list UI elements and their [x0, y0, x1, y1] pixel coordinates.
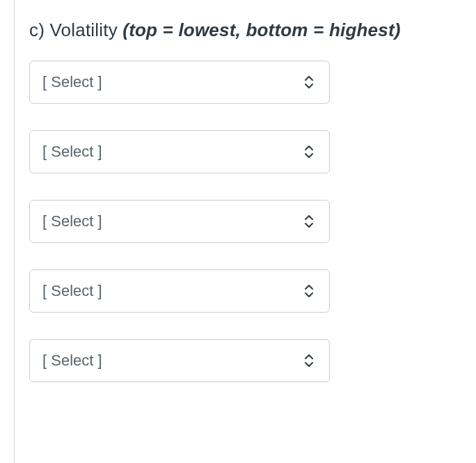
select-placeholder: [ Select ]	[42, 352, 102, 370]
select-5[interactable]: [ Select ]	[29, 339, 330, 382]
select-placeholder: [ Select ]	[42, 143, 102, 161]
select-2[interactable]: [ Select ]	[29, 130, 330, 173]
select-1[interactable]: [ Select ]	[29, 61, 330, 104]
question-content: c) Volatility (top = lowest, bottom = hi…	[29, 19, 476, 382]
select-placeholder: [ Select ]	[42, 282, 102, 300]
chevron-up-down-icon	[304, 354, 314, 367]
prompt-hint: (top = lowest, bottom = highest)	[122, 19, 400, 40]
chevron-up-down-icon	[304, 215, 314, 228]
select-placeholder: [ Select ]	[42, 212, 102, 230]
select-list: [ Select ] [ Select ] [ Select ] [ Selec…	[29, 61, 476, 382]
select-3[interactable]: [ Select ]	[29, 200, 330, 243]
question-prompt: c) Volatility (top = lowest, bottom = hi…	[29, 19, 476, 41]
prompt-prefix: c)	[29, 19, 49, 40]
select-placeholder: [ Select ]	[42, 73, 102, 91]
chevron-up-down-icon	[304, 146, 314, 158]
chevron-up-down-icon	[304, 285, 314, 297]
vertical-rule	[14, 0, 15, 463]
prompt-label: Volatility	[49, 19, 117, 40]
chevron-up-down-icon	[304, 76, 314, 88]
select-4[interactable]: [ Select ]	[29, 269, 330, 313]
